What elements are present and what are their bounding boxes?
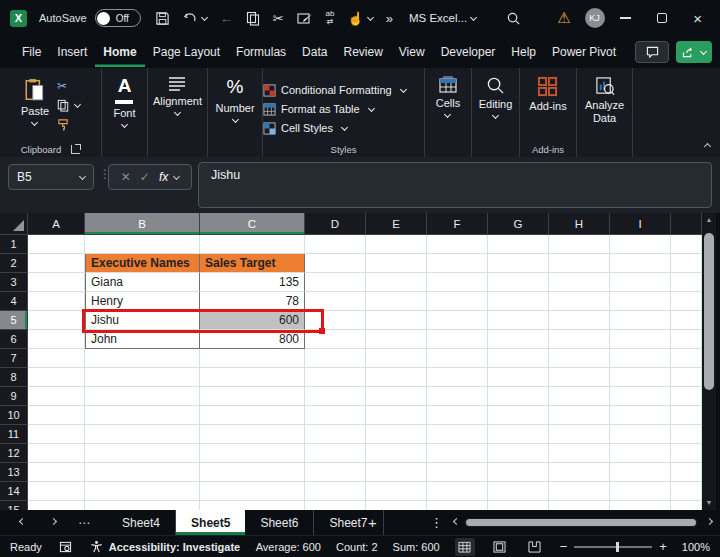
cell-value-row3[interactable]: 135 (200, 273, 305, 292)
zoom-out-button[interactable]: − (560, 540, 568, 553)
tab-help[interactable]: Help (503, 37, 544, 67)
copy-button[interactable] (57, 99, 80, 112)
share-button[interactable] (676, 41, 712, 63)
tab-home[interactable]: Home (95, 37, 144, 67)
title-dropdown-icon[interactable] (470, 13, 477, 20)
collapse-ribbon-icon[interactable] (704, 143, 711, 150)
email-pen-icon[interactable] (297, 12, 313, 25)
row-header-15[interactable]: 15 (0, 501, 28, 510)
row-header-3[interactable]: 3 (0, 273, 28, 292)
next-sheet-icon[interactable] (50, 518, 57, 525)
format-as-table-dropdown-icon[interactable] (368, 104, 375, 111)
row-header-10[interactable]: 10 (0, 406, 28, 425)
fx-dropdown-icon[interactable] (173, 172, 180, 179)
warning-icon[interactable]: ⚠ (557, 9, 570, 27)
select-all-corner[interactable] (0, 213, 28, 235)
document-title[interactable]: MS Excel... (409, 12, 476, 24)
prev-sheet-icon[interactable] (19, 518, 26, 525)
scroll-up-icon[interactable]: ▲ (702, 215, 716, 225)
column-header-C[interactable]: C (200, 213, 305, 235)
copy-icon[interactable] (246, 11, 260, 26)
horizontal-scrollbar[interactable] (450, 514, 712, 531)
tab-power-pivot[interactable]: Power Pivot (544, 37, 624, 67)
cut-button[interactable]: ✂ (57, 79, 80, 93)
editing-button[interactable]: Editing (479, 73, 513, 118)
sheet-tab-sheet6[interactable]: Sheet6 (245, 510, 314, 535)
search-icon[interactable] (506, 11, 521, 26)
alignment-button[interactable]: Alignment (153, 73, 202, 115)
tab-review[interactable]: Review (335, 37, 390, 67)
enter-icon[interactable]: ✓ (140, 170, 150, 184)
touch-mode-icon[interactable]: ☝ (348, 12, 373, 25)
row-header-4[interactable]: 4 (0, 292, 28, 311)
column-header-A[interactable]: A (28, 213, 85, 235)
close-button[interactable]: × (693, 11, 702, 26)
row-header-6[interactable]: 6 (0, 330, 28, 349)
cell-styles-dropdown-icon[interactable] (341, 123, 348, 130)
clipboard-dialog-launcher[interactable] (71, 145, 80, 154)
row-header-8[interactable]: 8 (0, 368, 28, 387)
share-dropdown-icon[interactable] (700, 47, 707, 54)
tab-formulas[interactable]: Formulas (228, 37, 294, 67)
editing-dropdown-icon[interactable] (492, 112, 499, 119)
all-sheets-icon[interactable]: ⋯ (78, 516, 91, 530)
excel-logo-icon[interactable]: X (10, 10, 27, 27)
tab-page-layout[interactable]: Page Layout (145, 37, 228, 67)
comments-button[interactable] (635, 41, 669, 63)
row-header-7[interactable]: 7 (0, 349, 28, 368)
column-header-E[interactable]: E (366, 213, 427, 235)
row-header-14[interactable]: 14 (0, 482, 28, 501)
undo-icon[interactable] (183, 11, 207, 25)
column-header-F[interactable]: F (427, 213, 488, 235)
cells-dropdown-icon[interactable] (444, 111, 451, 118)
cut-icon[interactable]: ✂ (273, 12, 284, 25)
macro-record-icon[interactable] (56, 538, 76, 556)
row-header-13[interactable]: 13 (0, 463, 28, 482)
paste-button[interactable]: Paste (21, 75, 49, 125)
column-header-partial[interactable] (671, 213, 702, 235)
tab-view[interactable]: View (391, 37, 433, 67)
scroll-down-icon[interactable]: ▼ (702, 498, 716, 508)
horizontal-scroll-thumb[interactable] (466, 519, 696, 526)
number-button[interactable]: % Number (215, 73, 254, 122)
sheet-tab-sheet4[interactable]: Sheet4 (107, 510, 176, 535)
paste-dropdown-icon[interactable] (31, 119, 38, 126)
column-header-I[interactable]: I (610, 213, 671, 235)
page-layout-view-button[interactable] (490, 538, 510, 556)
row-header-1[interactable]: 1 (0, 235, 28, 254)
column-header-D[interactable]: D (305, 213, 366, 235)
font-dropdown-icon[interactable] (121, 121, 128, 128)
sheet-options-icon[interactable]: ⋮ (430, 510, 443, 535)
undo-dropdown-icon[interactable] (201, 13, 208, 20)
column-header-H[interactable]: H (549, 213, 610, 235)
zoom-slider-handle[interactable] (616, 542, 619, 552)
column-header-B[interactable]: B (85, 213, 200, 235)
copy-dropdown-icon[interactable] (74, 101, 81, 108)
tab-developer[interactable]: Developer (433, 37, 504, 67)
hscroll-track[interactable] (464, 518, 698, 527)
maximize-button[interactable] (657, 13, 667, 23)
vertical-scrollbar[interactable]: ▲ ▼ (702, 213, 716, 510)
tab-data[interactable]: Data (294, 37, 335, 67)
row-header-5[interactable]: 5 (0, 311, 28, 330)
avatar[interactable]: KJ (585, 8, 605, 28)
tab-file[interactable]: File (14, 37, 49, 67)
qat-overflow-icon[interactable]: » (386, 12, 393, 25)
accessibility-status[interactable]: Accessibility: Investigate (90, 540, 240, 553)
autosave-toggle[interactable]: Off (95, 9, 141, 27)
zoom-in-button[interactable]: + (659, 540, 667, 553)
zoom-slider[interactable] (574, 546, 652, 548)
number-dropdown-icon[interactable] (231, 116, 238, 123)
font-button[interactable]: A Font (113, 73, 135, 127)
name-box-dropdown-icon[interactable] (79, 172, 86, 179)
sheet-tab-sheet5[interactable]: Sheet5 (176, 510, 245, 535)
add-sheet-button[interactable]: + (368, 510, 377, 535)
analyze-data-button[interactable]: Analyze Data (581, 73, 629, 124)
cell-name-row3[interactable]: Giana (85, 273, 200, 292)
hscroll-left-icon[interactable] (453, 518, 460, 525)
save-icon[interactable] (155, 11, 170, 26)
page-break-preview-button[interactable] (525, 538, 545, 556)
row-header-12[interactable]: 12 (0, 444, 28, 463)
row-header-2[interactable]: 2 (0, 254, 28, 273)
row-header-11[interactable]: 11 (0, 425, 28, 444)
